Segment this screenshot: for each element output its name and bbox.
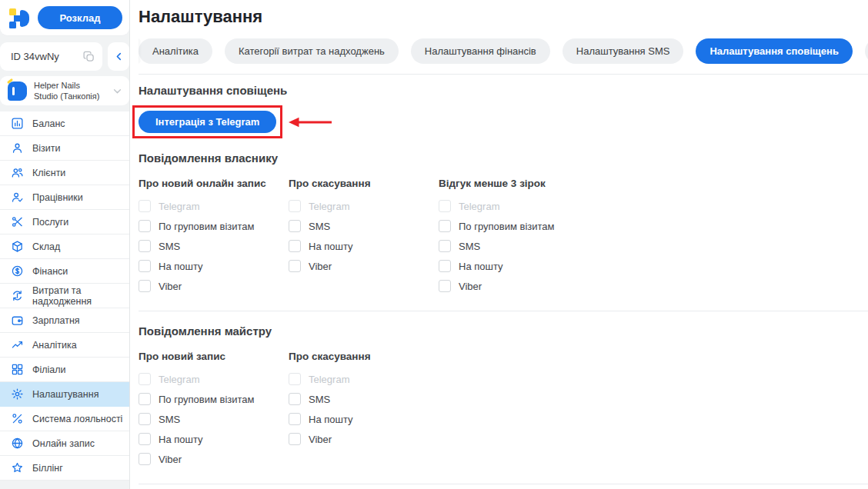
- checkbox: [289, 373, 301, 385]
- telegram-integration-button[interactable]: Інтеграція з Telegram: [139, 111, 276, 133]
- tab-finance-settings[interactable]: Налаштування фінансів: [411, 38, 550, 64]
- annotation-arrow-icon: [288, 116, 332, 128]
- sidebar-item-analytics[interactable]: Аналітика: [0, 333, 129, 358]
- sidebar-item-finance[interactable]: Фінанси: [0, 259, 129, 284]
- option-email[interactable]: На пошту: [439, 260, 589, 272]
- sidebar-item-label: Зарплатня: [32, 315, 80, 326]
- analytics-icon: [10, 338, 24, 352]
- checkbox[interactable]: [289, 393, 301, 405]
- workspace-id-row: ID 34vwNy: [0, 42, 129, 71]
- checkbox[interactable]: [289, 260, 301, 272]
- tab-expense-categories[interactable]: Категорії витрат та надходжень: [225, 38, 399, 64]
- checkbox: [139, 200, 151, 212]
- sidebar-item-employees[interactable]: Працівники: [0, 185, 129, 210]
- group-title: Повідомлення майстру: [139, 324, 868, 338]
- option-group-visits[interactable]: По груповим візитам: [139, 393, 289, 405]
- tab-sms-settings[interactable]: Налаштування SMS: [563, 38, 684, 64]
- sidebar-item-online-booking[interactable]: Онлайн запис: [0, 431, 129, 456]
- sidebar-item-expenses[interactable]: Витрати та надходження: [0, 284, 129, 308]
- option-group-visits[interactable]: По груповим візитам: [139, 220, 289, 232]
- option-label: SMS: [159, 241, 180, 252]
- checkbox[interactable]: [439, 220, 451, 232]
- option-sms[interactable]: SMS: [289, 393, 439, 405]
- company-selector[interactable]: Helper Nails Studio (Танкопія): [0, 76, 129, 105]
- group-client: Повідомлення клієнту: [139, 484, 868, 489]
- tab-notification-settings[interactable]: Налаштування сповіщень: [696, 38, 852, 64]
- option-email[interactable]: На пошту: [289, 240, 439, 252]
- checkbox[interactable]: [139, 393, 151, 405]
- option-label: Telegram: [159, 201, 199, 212]
- column-new-booking: Про новий записTelegramПо груповим візит…: [139, 351, 289, 473]
- option-telegram[interactable]: Telegram: [289, 200, 439, 212]
- column-title: Про новий запис: [139, 351, 289, 362]
- option-telegram[interactable]: Telegram: [139, 373, 289, 385]
- option-sms[interactable]: SMS: [139, 240, 289, 252]
- option-telegram[interactable]: Telegram: [139, 200, 289, 212]
- option-label: SMS: [459, 241, 480, 252]
- sidebar: Розклад ID 34vwNy Helper Nails Studio (Т…: [0, 0, 130, 489]
- copy-icon[interactable]: [82, 50, 95, 64]
- sidebar-item-settings[interactable]: Налаштування: [0, 382, 129, 407]
- option-email[interactable]: На пошту: [139, 433, 289, 445]
- checkbox[interactable]: [139, 413, 151, 425]
- loyalty-icon: [10, 412, 24, 426]
- branches-icon: [10, 363, 24, 377]
- checkbox[interactable]: [289, 240, 301, 252]
- sidebar-menu: БалансВізитиКлієнтиПрацівникиПослугиСкла…: [0, 111, 129, 481]
- services-icon: [10, 215, 24, 229]
- company-name: Helper Nails Studio (Танкопія): [34, 80, 103, 102]
- option-sms[interactable]: SMS: [289, 220, 439, 232]
- checkbox[interactable]: [289, 413, 301, 425]
- option-sms[interactable]: SMS: [139, 413, 289, 425]
- checkbox[interactable]: [139, 220, 151, 232]
- sidebar-item-balance[interactable]: Баланс: [0, 111, 129, 136]
- sidebar-item-clients[interactable]: Клієнти: [0, 161, 129, 185]
- schedule-button[interactable]: Розклад: [38, 6, 122, 29]
- option-email[interactable]: На пошту: [289, 413, 439, 425]
- column-low-review: Відгук менше 3 зірокTelegramПо груповим …: [439, 178, 589, 300]
- option-label: На пошту: [309, 414, 353, 425]
- visits-icon: [10, 141, 24, 155]
- globe-icon: [10, 437, 24, 451]
- checkbox[interactable]: [139, 260, 151, 272]
- checkbox[interactable]: [139, 453, 151, 465]
- sidebar-item-services[interactable]: Послуги: [0, 210, 129, 235]
- checkbox[interactable]: [439, 280, 451, 292]
- checkbox[interactable]: [289, 220, 301, 232]
- checkbox[interactable]: [439, 260, 451, 272]
- checkbox[interactable]: [139, 280, 151, 292]
- option-label: Telegram: [309, 201, 349, 212]
- tab-analytics[interactable]: Аналітика: [139, 38, 212, 64]
- checkbox[interactable]: [139, 240, 151, 252]
- sidebar-item-salary[interactable]: Зарплатня: [0, 308, 129, 333]
- sidebar-item-branches[interactable]: Філіали: [0, 358, 129, 382]
- option-viber[interactable]: Viber: [289, 433, 439, 445]
- sidebar-item-loyalty[interactable]: Система лояльності: [0, 407, 129, 431]
- option-label: SMS: [159, 414, 180, 425]
- checkbox[interactable]: [439, 240, 451, 252]
- option-viber[interactable]: Viber: [139, 453, 289, 465]
- settings-icon: [10, 388, 24, 401]
- company-logo: [8, 82, 27, 101]
- sidebar-item-stock[interactable]: Склад: [0, 235, 129, 259]
- finance-icon: [10, 264, 24, 278]
- checkbox[interactable]: [289, 433, 301, 445]
- option-group-visits[interactable]: По груповим візитам: [439, 220, 589, 232]
- option-email[interactable]: На пошту: [139, 260, 289, 272]
- sidebar-item-label: Баланс: [32, 118, 65, 129]
- notification-groups: Повідомлення власникуПро новий онлайн за…: [139, 138, 868, 489]
- option-viber[interactable]: Viber: [139, 280, 289, 292]
- option-telegram[interactable]: Telegram: [439, 200, 589, 212]
- option-telegram[interactable]: Telegram: [289, 373, 439, 385]
- employees-icon: [10, 191, 24, 205]
- option-viber[interactable]: Viber: [439, 280, 589, 292]
- checkbox[interactable]: [139, 433, 151, 445]
- tab-roles-settings[interactable]: Налаштування рол: [865, 38, 868, 64]
- sidebar-item-visits[interactable]: Візити: [0, 136, 129, 161]
- option-viber[interactable]: Viber: [289, 260, 439, 272]
- option-sms[interactable]: SMS: [439, 240, 589, 252]
- option-label: Viber: [159, 454, 182, 465]
- sidebar-item-label: Система лояльності: [32, 414, 122, 424]
- sidebar-collapse-button[interactable]: [108, 42, 129, 71]
- sidebar-item-billing[interactable]: Біллінг: [0, 456, 129, 481]
